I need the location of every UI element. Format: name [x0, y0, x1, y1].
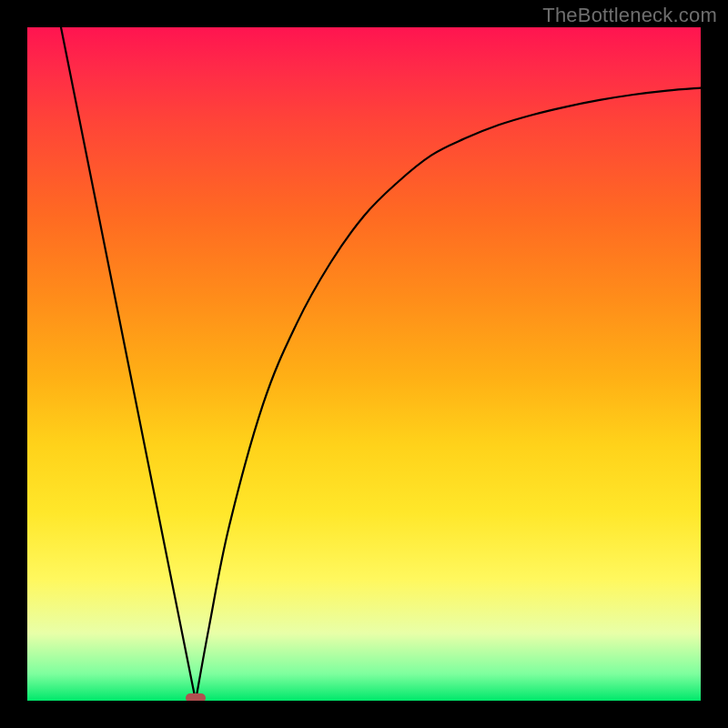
plot-area: [27, 27, 701, 701]
chart-svg: [27, 27, 701, 701]
minimum-marker: [186, 693, 206, 701]
chart-frame: TheBottleneck.com: [0, 0, 728, 728]
watermark-text: TheBottleneck.com: [542, 4, 717, 27]
curve-right: [196, 88, 701, 701]
curve-left: [61, 27, 196, 701]
